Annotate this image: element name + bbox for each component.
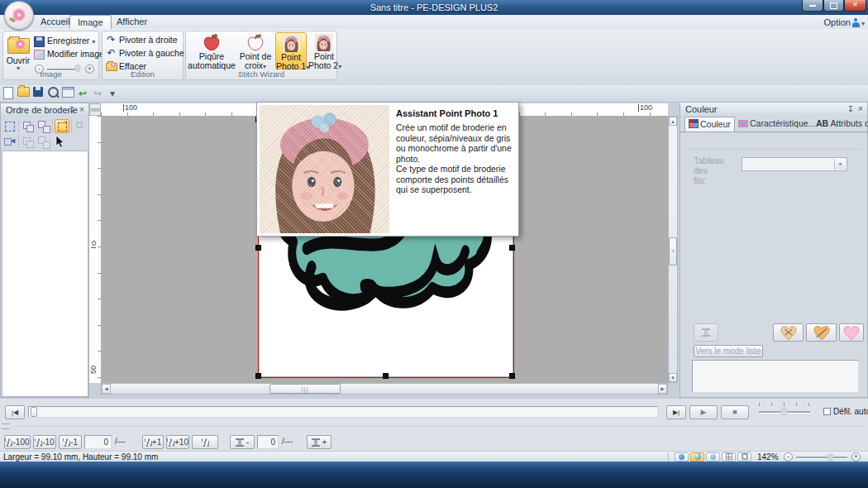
zoom-slider-thumb[interactable] [827,452,834,462]
realistic-view-button[interactable] [690,452,704,462]
close-button[interactable]: × [844,0,866,12]
ungroup-button[interactable] [36,119,51,133]
hoop-icon [742,453,748,460]
modify-image-button[interactable]: Modifier image [34,48,104,60]
app-logo-button[interactable] [4,1,34,30]
thread-chart-dropdown[interactable]: ▼ [742,157,847,171]
open-button[interactable]: Ouvrir ▾ [4,33,32,69]
cross-stitch-button[interactable]: Point de croix▾ [237,32,274,69]
selection-handle-se[interactable] [509,373,515,379]
vertical-scrollbar[interactable]: ▲ ≡ ▼ [668,116,678,383]
sewing-order-list[interactable] [2,151,88,397]
auto-punch-button[interactable]: Piqûre automatique [188,32,236,69]
option-menu[interactable]: Option▾ [824,17,865,28]
tooltip-title: Assistant Point Photo 1 [396,108,498,118]
scroll-up-button[interactable]: ▲ [669,117,677,126]
edit-stitch-order-button[interactable]: × [55,119,69,133]
tab-couleur[interactable]: Couleur [684,117,735,132]
rotate-right-button[interactable]: ↷ Pivoter à droite [106,34,178,46]
new-page-icon [3,87,13,99]
vertical-scroll-thumb[interactable]: ≡ [669,237,677,266]
scroll-right-button[interactable]: ▶ [658,384,667,394]
group-label: Image [3,69,98,79]
selection-handle-e[interactable] [509,245,515,251]
horizontal-scroll-thumb[interactable]: ||| [269,384,341,394]
person-icon [852,18,860,27]
tab-image[interactable]: Image [69,15,112,30]
rotate-left-button[interactable]: ↶ Pivoter à gauche [106,47,184,60]
minimize-button[interactable] [802,0,823,12]
go-first-button[interactable]: |◀ [5,405,25,419]
point-photo-2-button[interactable]: Point Photo 2▾ [308,32,340,69]
group-button[interactable] [21,119,36,133]
progress-slider-track[interactable] [28,406,658,418]
selection-handle-sw[interactable] [255,373,261,379]
toolbar-customize-button[interactable]: ▾ [106,87,119,100]
ungroup-order-button[interactable] [36,135,51,149]
vertical-ruler: 0 50 [89,116,101,383]
stitch-minus-100-button[interactable]: -100 [4,435,31,449]
stop-button[interactable]: ■ [721,405,749,419]
tab-afficher[interactable]: Afficher [109,16,155,28]
zoom-in-button[interactable]: + [851,452,861,462]
scissors-heart-button[interactable] [773,323,804,342]
spool-button[interactable] [694,323,718,342]
design-settings-button[interactable] [61,87,74,100]
color-prev-button[interactable]: - [230,435,255,449]
save-button[interactable] [31,87,45,100]
sewing-order-panel: Ordre de broderie ↧ × × ◄ [0,103,89,398]
selection-handle-s[interactable] [383,373,389,379]
stitch-view-button[interactable] [706,452,720,462]
pink-heart-button[interactable] [839,323,864,342]
group-image: Ouvrir ▾ Enregistrer ▾ Modifier image - … [2,31,99,80]
panel-title: Couleur [680,103,867,116]
play-button[interactable]: ▶ [689,405,718,419]
titlebar[interactable]: Sans titre - PE-DESIGN PLUS2 [0,0,868,15]
horizontal-scrollbar[interactable]: ◀ ||| ▶ [101,383,668,395]
color-count-field[interactable]: 0 [257,435,279,449]
stitch-plus-100-button[interactable]: +100 [192,435,218,449]
close-icon[interactable]: × [77,105,87,115]
resize-grip[interactable] [2,423,10,429]
solid-view-button[interactable] [675,452,689,462]
select-all-button[interactable] [2,119,17,133]
save-button[interactable]: Enregistrer ▾ [34,35,95,47]
zoom-out-button[interactable]: - [784,452,793,462]
redo-button[interactable]: ↪ [91,87,104,100]
progress-slider-thumb[interactable] [31,407,37,417]
maximize-button[interactable] [823,0,844,12]
scroll-down-button[interactable]: ▼ [669,373,677,382]
zoom-slider-track[interactable] [796,457,847,459]
stitch-plus-1-button[interactable]: +1 [142,435,164,449]
tab-attributs-texte[interactable]: AB Attributs de te... [813,117,868,131]
stitch-plus-10-button[interactable]: +10 [166,435,189,449]
point-photo-1-button[interactable]: Point Photo 1▾ [275,32,307,69]
stitch-minus-1-button[interactable]: -1 [59,435,82,449]
needle-heart-button[interactable] [806,323,837,342]
spool-icon [702,328,710,337]
selection-handle-w[interactable] [255,245,261,251]
close-icon[interactable]: × [856,104,866,114]
speed-slider-thumb[interactable] [780,406,788,416]
list-mode-button[interactable]: Vers le mode liste [694,345,763,357]
new-document-button[interactable] [2,87,15,100]
undo-button[interactable]: ↩ [76,87,89,100]
stitch-count-field[interactable]: 0 [84,435,112,449]
group-edition: ↷ Pivoter à droite ↶ Pivoter à gauche Ef… [102,31,184,80]
zoom-tool-button[interactable] [46,87,60,100]
open-button[interactable] [17,87,30,100]
go-last-button[interactable]: ▶| [666,405,686,419]
scroll-left-button[interactable]: ◀ [102,384,111,394]
hoop-view-button[interactable] [737,452,751,462]
move-order-button[interactable]: ◄ [2,135,17,149]
group-order-button[interactable] [21,135,36,149]
tab-caracteristique[interactable]: Caractéristique... [735,117,818,131]
autoscroll-checkbox[interactable] [823,408,831,415]
pin-icon[interactable]: ↧ [67,105,77,115]
pin-icon[interactable]: ↧ [846,104,856,114]
hoop-button[interactable] [74,119,88,133]
close-icon: × [853,0,858,9]
grid-toggle-button[interactable] [722,452,736,462]
color-next-button[interactable]: + [307,435,331,449]
stitch-minus-10-button[interactable]: -10 [33,435,56,449]
